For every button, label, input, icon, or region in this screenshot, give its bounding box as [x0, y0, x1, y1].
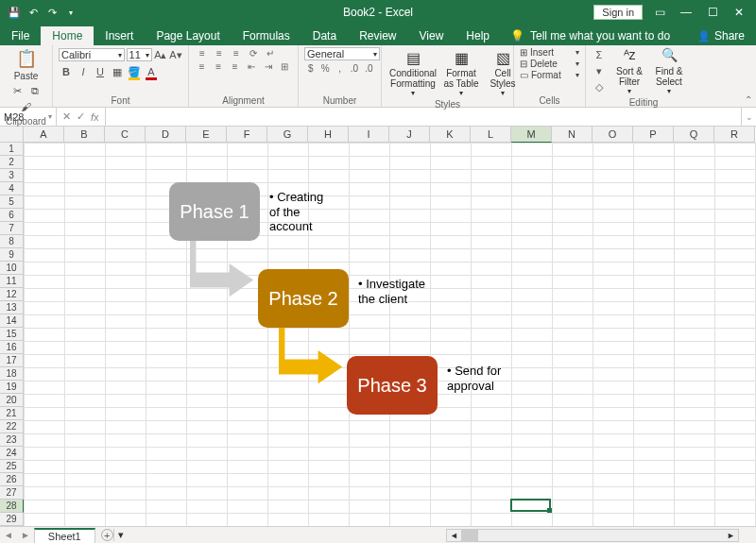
smartart-phase2-box[interactable]: Phase 2	[258, 269, 349, 328]
column-header-L[interactable]: L	[471, 127, 511, 143]
orientation-icon[interactable]: ⟳	[246, 47, 261, 59]
row-header-25[interactable]: 25	[0, 460, 24, 473]
insert-cells-button[interactable]: ⊞Insert▾	[520, 47, 579, 58]
tab-file[interactable]: File	[0, 26, 41, 45]
percent-icon[interactable]: %	[318, 62, 331, 74]
align-middle-icon[interactable]: ≡	[212, 47, 227, 59]
align-left-icon[interactable]: ≡	[195, 60, 210, 72]
tab-help[interactable]: Help	[455, 26, 501, 45]
row-header-14[interactable]: 14	[0, 314, 24, 328]
row-header-7[interactable]: 7	[0, 222, 24, 235]
column-header-R[interactable]: R	[714, 127, 755, 143]
row-header-10[interactable]: 10	[0, 262, 24, 275]
signin-button[interactable]: Sign in	[593, 5, 643, 20]
close-icon[interactable]: ✕	[730, 6, 748, 19]
font-color-icon[interactable]: A	[144, 64, 159, 79]
qat-customize-icon[interactable]: ▾	[64, 6, 77, 19]
row-header-24[interactable]: 24	[0, 447, 24, 460]
row-header-12[interactable]: 12	[0, 288, 24, 301]
column-header-H[interactable]: H	[308, 127, 349, 143]
italic-icon[interactable]: I	[76, 64, 91, 79]
tab-home[interactable]: Home	[41, 26, 94, 45]
cut-icon[interactable]: ✂	[9, 83, 25, 98]
decrease-decimal-icon[interactable]: .0	[363, 62, 375, 74]
column-header-C[interactable]: C	[105, 127, 146, 143]
row-header-8[interactable]: 8	[0, 235, 24, 248]
underline-icon[interactable]: U	[93, 64, 108, 79]
row-header-20[interactable]: 20	[0, 394, 24, 407]
minimize-icon[interactable]: —	[677, 6, 696, 19]
column-header-I[interactable]: I	[349, 127, 389, 143]
paste-icon[interactable]: 📋	[13, 47, 40, 70]
conditional-formatting-button[interactable]: ▤Conditional Formatting▾	[387, 47, 438, 97]
active-cell[interactable]	[510, 499, 551, 512]
tab-formulas[interactable]: Formulas	[232, 26, 301, 45]
row-header-3[interactable]: 3	[0, 169, 24, 182]
new-sheet-button[interactable]: +	[101, 529, 113, 541]
increase-decimal-icon[interactable]: .0	[348, 62, 360, 74]
column-header-Q[interactable]: Q	[674, 127, 714, 143]
vertical-scrollbar-down-icon[interactable]: ▾	[113, 529, 129, 541]
ribbon-display-icon[interactable]: ▭	[650, 6, 669, 19]
tab-view[interactable]: View	[408, 26, 455, 45]
align-bottom-icon[interactable]: ≡	[229, 47, 244, 59]
font-size-combo[interactable]: 11▾	[127, 48, 152, 61]
sheet-nav-prev-icon[interactable]: ◄	[0, 530, 17, 540]
column-header-J[interactable]: J	[389, 127, 430, 143]
redo-icon[interactable]: ↷	[45, 6, 59, 19]
fill-icon[interactable]: ▾	[592, 63, 607, 78]
sheet-tab-sheet1[interactable]: Sheet1	[34, 528, 95, 543]
row-header-13[interactable]: 13	[0, 301, 24, 314]
row-header-21[interactable]: 21	[0, 407, 24, 420]
tab-page-layout[interactable]: Page Layout	[145, 26, 231, 45]
align-center-icon[interactable]: ≡	[212, 60, 227, 72]
font-name-combo[interactable]: Calibri▾	[59, 48, 125, 61]
column-header-K[interactable]: K	[430, 127, 471, 143]
row-header-6[interactable]: 6	[0, 209, 24, 222]
undo-icon[interactable]: ↶	[26, 6, 40, 19]
row-header-17[interactable]: 17	[0, 354, 24, 367]
clear-icon[interactable]: ◇	[592, 79, 607, 94]
align-right-icon[interactable]: ≡	[228, 60, 243, 72]
row-header-4[interactable]: 4	[0, 182, 24, 195]
fill-color-icon[interactable]: 🪣	[127, 64, 142, 79]
row-header-22[interactable]: 22	[0, 420, 24, 433]
column-header-M[interactable]: M	[511, 127, 552, 143]
tab-insert[interactable]: Insert	[94, 26, 145, 45]
format-cells-button[interactable]: ▭Format▾	[520, 70, 579, 80]
smartart-phase1-box[interactable]: Phase 1	[169, 182, 260, 241]
horizontal-scrollbar[interactable]: ◄►	[446, 529, 739, 542]
comma-icon[interactable]: ,	[334, 62, 346, 74]
delete-cells-button[interactable]: ⊟Delete▾	[520, 59, 579, 69]
expand-formula-bar-icon[interactable]: ⌄	[741, 108, 756, 126]
row-header-26[interactable]: 26	[0, 473, 24, 486]
column-header-E[interactable]: E	[186, 127, 227, 143]
save-icon[interactable]: 💾	[8, 6, 21, 19]
find-select-button[interactable]: 🔍Find & Select▾	[648, 47, 690, 95]
wrap-text-icon[interactable]: ↵	[263, 47, 278, 59]
enter-formula-icon[interactable]: ✓	[77, 110, 85, 123]
smartart-phase3-box[interactable]: Phase 3	[347, 356, 438, 415]
merge-icon[interactable]: ⊞	[278, 60, 293, 72]
bold-icon[interactable]: B	[59, 64, 74, 79]
row-header-19[interactable]: 19	[0, 381, 24, 394]
tell-me-search[interactable]: 💡 Tell me what you want to do	[501, 26, 679, 45]
tab-data[interactable]: Data	[301, 26, 348, 45]
column-header-B[interactable]: B	[64, 127, 105, 143]
format-as-table-button[interactable]: ▦Format as Table▾	[438, 47, 484, 97]
sort-filter-button[interactable]: ᴬzSort & Filter▾	[610, 47, 648, 95]
paste-button[interactable]: Paste	[14, 71, 39, 81]
row-header-27[interactable]: 27	[0, 486, 24, 500]
select-all-corner[interactable]	[0, 127, 24, 143]
row-header-15[interactable]: 15	[0, 328, 24, 341]
align-top-icon[interactable]: ≡	[195, 47, 210, 59]
row-header-29[interactable]: 29	[0, 513, 24, 526]
border-icon[interactable]: ▦	[110, 64, 125, 79]
row-header-2[interactable]: 2	[0, 156, 24, 169]
row-header-23[interactable]: 23	[0, 433, 24, 447]
collapse-ribbon-icon[interactable]: ⌃	[745, 94, 752, 105]
decrease-font-icon[interactable]: A▾	[169, 47, 182, 62]
column-header-F[interactable]: F	[227, 127, 267, 143]
copy-icon[interactable]: ⧉	[27, 83, 43, 98]
row-header-1[interactable]: 1	[0, 143, 24, 156]
